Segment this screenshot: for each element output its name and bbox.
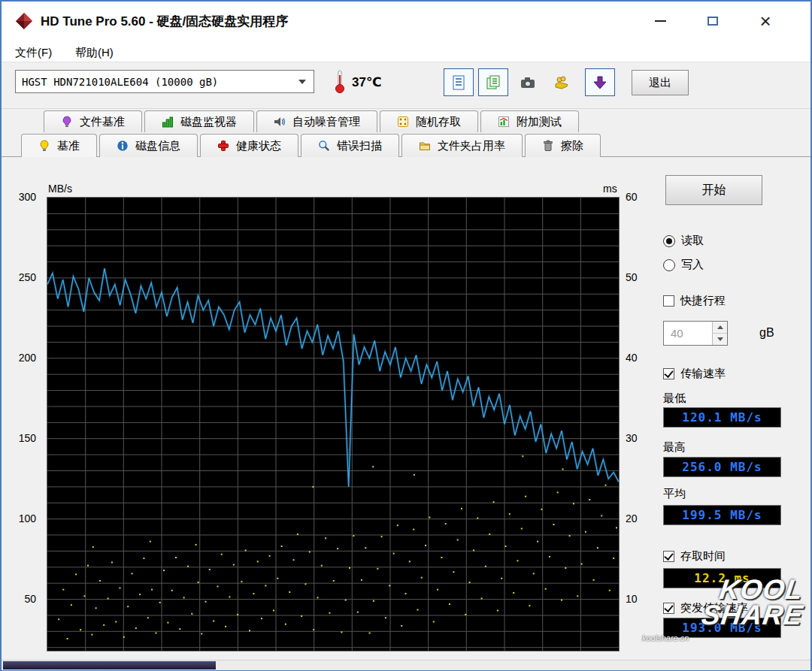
status-bar — [2, 660, 810, 670]
short-stroke-label: 快捷行程 — [680, 294, 726, 308]
copy-image-icon — [485, 74, 501, 91]
maximize-icon — [707, 17, 718, 26]
screenshot-button[interactable] — [513, 68, 543, 96]
close-button[interactable]: × — [747, 6, 783, 36]
minimize-icon — [655, 20, 666, 22]
checkbox-checked-icon — [663, 368, 674, 379]
tab-label: 基准 — [57, 139, 80, 153]
checkbox-checked-icon — [663, 551, 674, 562]
thermometer-icon — [334, 69, 346, 93]
benchmark-chart — [47, 197, 620, 651]
chevron-down-icon — [298, 80, 306, 84]
tab-extra-tests[interactable]: 附加测试 — [480, 110, 579, 132]
short-stroke-unit-label: gB — [759, 326, 774, 340]
short-stroke-checkbox[interactable]: 快捷行程 — [663, 294, 726, 308]
right-axis-tick: 60 — [626, 190, 638, 204]
maximize-button[interactable] — [695, 6, 731, 36]
read-radio[interactable]: 读取 — [663, 234, 704, 248]
transfer-rate-label: 传输速率 — [680, 367, 726, 381]
copy-image-button[interactable] — [478, 68, 508, 96]
tab-acoustic-management[interactable]: 自动噪音管理 — [256, 110, 377, 132]
checkbox-icon — [663, 295, 674, 307]
tab-label: 健康状态 — [236, 139, 281, 153]
radio-circle-icon — [663, 259, 675, 271]
app-icon — [15, 12, 33, 30]
info-icon — [117, 140, 129, 153]
tab-error-scan[interactable]: 错误扫描 — [301, 134, 399, 157]
start-button-label: 开始 — [702, 183, 726, 198]
hand-coins-button[interactable] — [547, 68, 577, 96]
left-axis-tick: 200 — [19, 351, 36, 364]
lamp-purple-icon — [61, 116, 74, 128]
hand-coins-icon — [553, 74, 570, 91]
exit-button-label: 退出 — [649, 76, 671, 90]
drive-select-dropdown[interactable]: HGST HDN721010ALE604 (10000 gB) — [15, 70, 314, 93]
save-results-button[interactable] — [585, 68, 615, 96]
exit-button[interactable]: 退出 — [632, 70, 689, 95]
menu-file[interactable]: 文件(F) — [11, 44, 56, 62]
window-title: HD Tune Pro 5.60 - 硬盘/固态硬盘实用程序 — [41, 13, 288, 30]
right-axis-unit: ms — [603, 183, 617, 195]
write-radio[interactable]: 写入 — [663, 258, 704, 272]
start-button[interactable]: 开始 — [665, 175, 762, 205]
minimum-label: 最低 — [663, 391, 686, 406]
stepper-up-button[interactable] — [713, 322, 727, 334]
benchmark-panel: MB/s ms 30025020015010050 605040302010 开… — [2, 157, 810, 660]
copy-text-button[interactable] — [444, 68, 474, 96]
left-axis-tick: 100 — [19, 512, 36, 525]
menu-help[interactable]: 帮助(H) — [71, 44, 118, 62]
red-cross-icon — [217, 140, 230, 153]
test-chart-icon — [498, 116, 511, 128]
burst-rate-checkbox[interactable]: 突发传输速率 — [663, 601, 748, 615]
right-axis-tick: 20 — [626, 512, 638, 525]
minimize-button[interactable] — [642, 6, 678, 36]
access-time-checkbox[interactable]: 存取时间 — [663, 549, 726, 564]
temperature-readout: 37℃ — [352, 74, 382, 90]
tab-folder-usage[interactable]: 文件夹占用率 — [401, 134, 523, 157]
right-axis-ticks: 605040302010 — [623, 197, 653, 650]
minimum-readout: 120.1 MB/s — [663, 407, 781, 428]
magnifier-icon — [318, 140, 331, 153]
tab-label: 擦除 — [561, 139, 583, 153]
camera-icon — [520, 74, 536, 91]
tab-label: 文件夹占用率 — [438, 139, 505, 153]
toolbar: HGST HDN721010ALE604 (10000 gB) 37℃ — [2, 62, 810, 109]
tab-disk-monitor[interactable]: 磁盘监视器 — [144, 110, 254, 132]
average-readout: 199.5 MB/s — [663, 505, 781, 525]
left-axis-tick: 300 — [19, 190, 36, 204]
tab-random-access[interactable]: 随机存取 — [380, 110, 478, 132]
tab-benchmark[interactable]: 基准 — [21, 134, 97, 157]
tab-file-benchmark[interactable]: 文件基准 — [44, 110, 142, 132]
transfer-rate-checkbox[interactable]: 传输速率 — [663, 367, 726, 381]
title-bar: HD Tune Pro 5.60 - 硬盘/固态硬盘实用程序 × — [2, 2, 810, 41]
tab-label: 随机存取 — [416, 115, 461, 129]
tab-label: 附加测试 — [517, 115, 562, 129]
stepper-down-button[interactable] — [713, 334, 727, 345]
app-window: HD Tune Pro 5.60 - 硬盘/固态硬盘实用程序 × 文件(F) 帮… — [0, 0, 812, 671]
tab-erase[interactable]: 擦除 — [525, 134, 601, 157]
menu-bar: 文件(F) 帮助(H) — [2, 41, 810, 62]
tab-health[interactable]: 健康状态 — [200, 134, 298, 157]
tab-label: 错误扫描 — [337, 139, 382, 153]
chart-canvas — [47, 198, 619, 651]
read-radio-label: 读取 — [681, 234, 704, 248]
tab-label: 磁盘监视器 — [180, 115, 237, 129]
drive-select-value: HGST HDN721010ALE604 (10000 gB) — [16, 76, 298, 88]
radio-dot-icon — [663, 235, 675, 247]
tab-disk-info[interactable]: 磁盘信息 — [99, 134, 198, 157]
left-axis-tick: 250 — [19, 271, 36, 284]
tab-row-lower: 基准 磁盘信息 健康状态 错误扫描 文件夹占用率 — [21, 132, 603, 157]
triangle-down-icon — [717, 337, 723, 341]
short-stroke-size-stepper[interactable]: 40 — [663, 321, 728, 346]
bar-chart-icon — [162, 116, 174, 128]
access-time-label: 存取时间 — [680, 549, 726, 564]
right-axis-tick: 10 — [626, 592, 638, 606]
tab-label: 自动噪音管理 — [292, 115, 360, 129]
right-axis-tick: 30 — [626, 431, 638, 445]
triangle-up-icon — [717, 325, 723, 329]
burst-rate-label: 突发传输速率 — [680, 601, 748, 615]
checkbox-checked-icon — [663, 603, 674, 614]
short-stroke-size-value: 40 — [664, 322, 712, 345]
copy-text-icon — [450, 74, 467, 91]
write-radio-label: 写入 — [681, 258, 704, 272]
